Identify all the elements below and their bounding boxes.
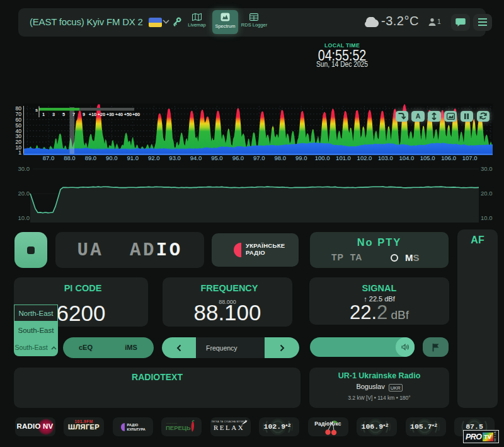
svg-text:104.0: 104.0 [399,154,414,161]
svg-text:91.0: 91.0 [127,154,139,161]
svg-text:20.0: 20.0 [18,190,30,197]
svg-text:1: 1 [18,149,21,156]
svg-text:30.0: 30.0 [481,165,493,172]
svg-text:100.0: 100.0 [315,154,330,161]
svg-text:107.0: 107.0 [462,154,478,161]
svg-text:+20: +20 [98,112,105,117]
svg-text:87.0: 87.0 [43,154,55,161]
svg-text:+60: +60 [132,112,140,117]
svg-text:88.0: 88.0 [64,154,76,161]
svg-text:96.0: 96.0 [232,154,244,161]
svg-text:101.0: 101.0 [336,154,351,161]
svg-text:89.0: 89.0 [85,154,97,161]
svg-text:30.0: 30.0 [18,165,30,172]
svg-text:102.0: 102.0 [357,154,372,161]
svg-text:10.0: 10.0 [18,214,30,221]
svg-text:90.0: 90.0 [106,154,118,161]
svg-text:92.0: 92.0 [148,154,160,161]
svg-text:20.0: 20.0 [481,190,493,197]
svg-text:97.0: 97.0 [253,154,265,161]
svg-text:7: 7 [72,112,75,117]
svg-text:10.0: 10.0 [481,214,493,221]
svg-text:5: 5 [62,112,65,117]
svg-text:95.0: 95.0 [211,154,223,161]
svg-text:94.0: 94.0 [190,154,202,161]
svg-text:103.0: 103.0 [378,154,393,161]
svg-text:+10: +10 [89,112,96,117]
svg-text:+40: +40 [115,112,123,117]
svg-text:98.0: 98.0 [274,154,286,161]
svg-text:s: s [35,107,38,113]
svg-text:105.0: 105.0 [420,154,435,161]
svg-text:3: 3 [52,112,55,117]
svg-text:99.0: 99.0 [295,154,307,161]
svg-text:+30: +30 [106,112,114,117]
svg-text:93.0: 93.0 [169,154,181,161]
svg-text:106.0: 106.0 [441,154,456,161]
svg-text:9: 9 [83,112,85,117]
svg-text:+50: +50 [124,112,132,117]
svg-text:1: 1 [42,112,45,117]
